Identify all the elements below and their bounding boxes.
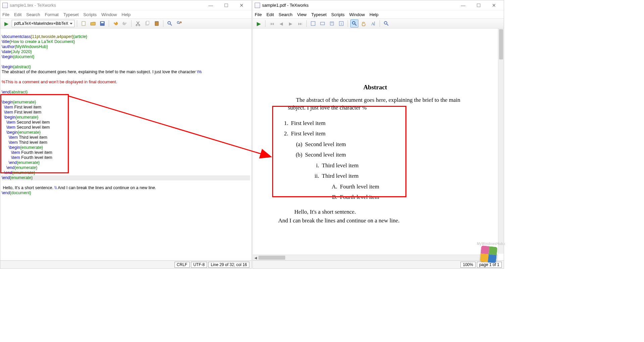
menu-format[interactable]: Format [45, 12, 59, 17]
svg-text:1: 1 [341, 22, 342, 25]
tex-file-icon [2, 3, 8, 8]
last-page-icon[interactable]: ⏭ [296, 19, 304, 28]
editor-text-area[interactable]: \documentclass[11pt,twoside,a4paper]{art… [0, 29, 251, 260]
separator [348, 20, 348, 27]
menu-window[interactable]: Window [101, 12, 117, 17]
menu-search[interactable]: Search [279, 12, 292, 17]
scroll-left-icon[interactable]: ◀ [253, 255, 258, 261]
prev-page-icon[interactable]: ◀ [277, 19, 285, 28]
redo-icon[interactable] [121, 19, 129, 28]
engine-select[interactable]: pdfLaTeX+MakeIndex+BibTeX [12, 20, 75, 27]
viewer-window: sample1.pdf - TeXworks — ☐ ✕ File Edit S… [252, 0, 504, 269]
next-page-icon[interactable]: ▶ [287, 19, 295, 28]
menu-scripts[interactable]: Scripts [83, 12, 97, 17]
search-icon[interactable] [166, 19, 174, 28]
cut-icon[interactable] [134, 19, 142, 28]
pdf-abstract-heading: Abstract [256, 84, 494, 91]
viewer-title: sample1.pdf - TeXworks [262, 3, 455, 8]
svg-text:A: A [371, 21, 375, 26]
menu-help[interactable]: Help [121, 12, 131, 17]
actual-size-icon[interactable]: 1 [337, 19, 345, 28]
pdf-abstract-text: The abstract of the document goes here, … [288, 96, 464, 112]
editor-toolbar: ▶ pdfLaTeX+MakeIndex+BibTeX [0, 18, 251, 29]
svg-point-22 [384, 22, 387, 24]
fit-page-icon[interactable] [309, 19, 317, 28]
first-page-icon[interactable]: ⏮ [268, 19, 276, 28]
magnifier-tool-icon[interactable] [350, 19, 358, 28]
svg-point-18 [352, 22, 355, 24]
svg-point-11 [177, 22, 179, 24]
undo-icon[interactable] [111, 19, 119, 28]
open-file-icon[interactable] [89, 19, 97, 28]
scrollbar-thumb[interactable] [258, 256, 285, 260]
separator [306, 20, 307, 27]
separator [109, 20, 109, 27]
fit-content-icon[interactable] [328, 19, 336, 28]
menu-typeset[interactable]: Typeset [63, 12, 79, 17]
menu-scripts[interactable]: Scripts [331, 12, 345, 17]
menu-file[interactable]: File [255, 12, 262, 17]
menu-help[interactable]: Help [369, 12, 379, 17]
pdf-page: Abstract The abstract of the document go… [256, 31, 494, 225]
menu-view[interactable]: View [297, 12, 307, 17]
typeset-button[interactable]: ▶ [255, 19, 263, 28]
text-select-tool-icon[interactable]: A [369, 19, 377, 28]
svg-rect-8 [156, 21, 158, 22]
editor-title: sample1.tex - TeXworks [10, 3, 203, 8]
svg-rect-13 [320, 22, 325, 25]
replace-icon[interactable] [175, 19, 183, 28]
horizontal-scrollbar[interactable]: ◀ ▶ [253, 255, 498, 260]
maximize-button[interactable]: ☐ [218, 1, 234, 10]
viewer-toolbar: ▶ ⏮ ◀ ▶ ⏭ 1 A [253, 18, 504, 29]
menu-typeset[interactable]: Typeset [311, 12, 327, 17]
typeset-button[interactable]: ▶ [2, 19, 10, 28]
svg-rect-0 [82, 22, 85, 26]
svg-point-9 [168, 22, 170, 24]
save-file-icon[interactable] [98, 19, 106, 28]
viewer-titlebar: sample1.pdf - TeXworks — ☐ ✕ [253, 0, 504, 10]
separator [163, 20, 163, 27]
menu-file[interactable]: File [2, 12, 9, 17]
editor-menubar: File Edit Search Format Typeset Scripts … [0, 10, 251, 18]
pdf-viewport[interactable]: Abstract The abstract of the document go… [253, 29, 504, 260]
pan-tool-icon[interactable] [360, 19, 368, 28]
scrollbar-thumb[interactable] [499, 29, 503, 59]
separator [131, 20, 132, 27]
vertical-scrollbar[interactable] [498, 29, 504, 254]
status-zoom[interactable]: 100% [460, 262, 476, 268]
separator [265, 20, 265, 27]
status-encoding[interactable]: UTF-8 [191, 262, 207, 268]
minimize-button[interactable]: — [203, 1, 218, 10]
new-file-icon[interactable] [80, 19, 88, 28]
menu-search[interactable]: Search [26, 12, 40, 17]
scroll-right-icon[interactable]: ▶ [492, 255, 498, 261]
maximize-button[interactable]: ☐ [471, 1, 486, 10]
status-page: page 1 of 1 [477, 262, 502, 268]
paste-icon[interactable] [153, 19, 161, 28]
search-icon[interactable] [382, 19, 390, 28]
status-eol[interactable]: CRLF [175, 262, 190, 268]
svg-line-10 [170, 24, 172, 26]
minimize-button[interactable]: — [455, 1, 471, 10]
svg-rect-2 [101, 22, 104, 23]
close-button[interactable]: ✕ [234, 1, 249, 10]
menu-window[interactable]: Window [349, 12, 365, 17]
svg-rect-14 [330, 22, 334, 25]
svg-line-23 [387, 24, 388, 26]
viewer-menubar: File Edit Search View Typeset Scripts Wi… [253, 10, 504, 18]
menu-edit[interactable]: Edit [14, 12, 21, 17]
separator [380, 20, 380, 27]
status-cursor-position: Line 29 of 32; col 16 [208, 262, 249, 268]
editor-window: sample1.tex - TeXworks — ☐ ✕ File Edit S… [0, 0, 252, 269]
separator [77, 20, 77, 27]
close-button[interactable]: ✕ [486, 1, 502, 10]
editor-statusbar: CRLF UTF-8 Line 29 of 32; col 16 [0, 260, 251, 268]
copy-icon[interactable] [143, 19, 151, 28]
pdf-list: 1.First level item 2.First level item (a… [280, 118, 494, 203]
pdf-file-icon [255, 3, 260, 8]
fit-width-icon[interactable] [318, 19, 327, 28]
svg-rect-12 [311, 22, 315, 26]
svg-line-19 [355, 24, 356, 26]
editor-titlebar: sample1.tex - TeXworks — ☐ ✕ [0, 0, 251, 10]
menu-edit[interactable]: Edit [266, 12, 274, 17]
